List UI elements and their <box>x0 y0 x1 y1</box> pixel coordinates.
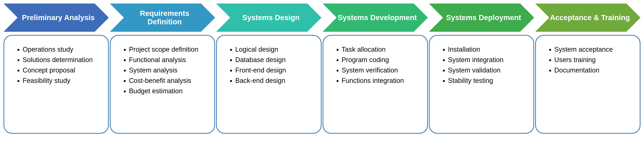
stage-item: Database design <box>235 55 314 65</box>
process-stage-1: Requirements Definition Project scope de… <box>110 3 215 134</box>
stage-arrow-header: Preliminary Analysis <box>4 3 109 32</box>
process-stage-3: Systems Development Task allocationProgr… <box>322 3 428 134</box>
stage-detail-box: System acceptanceUsers trainingDocumenta… <box>535 35 640 134</box>
stage-title: Systems Design <box>229 3 313 32</box>
stage-item: Feasibility study <box>22 76 102 86</box>
process-stage-5: Acceptance & Training System acceptanceU… <box>535 3 640 134</box>
stage-arrow-header: Systems Development <box>322 3 428 32</box>
stage-title: Systems Deployment <box>442 3 526 32</box>
stage-detail-box: Task allocationProgram codingSystem veri… <box>322 35 428 134</box>
stage-item-list: System acceptanceUsers trainingDocumenta… <box>546 44 634 75</box>
stage-item: Concept proposal <box>22 65 102 75</box>
stage-arrow-header: Systems Design <box>216 3 322 32</box>
stage-title: Acceptance & Training <box>548 3 632 32</box>
stage-item: Task allocation <box>342 44 421 54</box>
stage-title: Systems Development <box>335 3 420 32</box>
stage-item: Documentation <box>554 65 634 75</box>
stage-item: Back-end design <box>235 76 314 86</box>
stage-item: Functions integration <box>342 76 421 86</box>
stage-title: Preliminary Analysis <box>16 3 100 32</box>
stage-item: System verification <box>342 65 421 75</box>
stage-item: System validation <box>448 65 527 75</box>
stage-item-list: Operations studySolutions determinationC… <box>15 44 102 86</box>
stage-item: Logical design <box>235 44 314 54</box>
stage-detail-box: Project scope definitionFunctional analy… <box>110 35 215 134</box>
stage-detail-box: Logical designDatabase designFront-end d… <box>216 35 322 134</box>
stage-arrow-header: Systems Deployment <box>429 3 534 32</box>
stage-item: Stability testing <box>448 76 527 86</box>
stage-item-list: Logical designDatabase designFront-end d… <box>228 44 314 86</box>
process-stage-2: Systems Design Logical designDatabase de… <box>216 3 322 134</box>
stage-item-list: Project scope definitionFunctional analy… <box>121 44 208 96</box>
stage-item: Front-end design <box>235 65 314 75</box>
stage-item: Cost-benefit analysis <box>129 76 208 86</box>
stage-item: System analysis <box>129 65 208 75</box>
stage-item-list: InstallationSystem integrationSystem val… <box>440 44 527 86</box>
stage-item-list: Task allocationProgram codingSystem veri… <box>334 44 421 86</box>
stage-arrow-header: Requirements Definition <box>110 3 215 32</box>
stage-item: Users training <box>554 55 634 65</box>
stage-item: Budget estimation <box>129 86 208 96</box>
stage-item: Installation <box>448 44 527 54</box>
process-stage-0: Preliminary Analysis Operations studySol… <box>4 3 109 134</box>
process-stage-4: Systems Deployment InstallationSystem in… <box>429 3 534 134</box>
stage-arrow-header: Acceptance & Training <box>535 3 640 32</box>
stage-item: Functional analysis <box>129 55 208 65</box>
stage-item: Solutions determination <box>22 55 102 65</box>
stage-item: Operations study <box>22 44 102 54</box>
stage-item: Project scope definition <box>129 44 208 54</box>
stage-item: Program coding <box>342 55 421 65</box>
stage-item: System integration <box>448 55 527 65</box>
process-flow-diagram: Preliminary Analysis Operations studySol… <box>4 3 640 134</box>
stage-detail-box: InstallationSystem integrationSystem val… <box>429 35 534 134</box>
stage-item: System acceptance <box>554 44 634 54</box>
stage-detail-box: Operations studySolutions determinationC… <box>4 35 109 134</box>
stage-title: Requirements Definition <box>122 3 207 32</box>
